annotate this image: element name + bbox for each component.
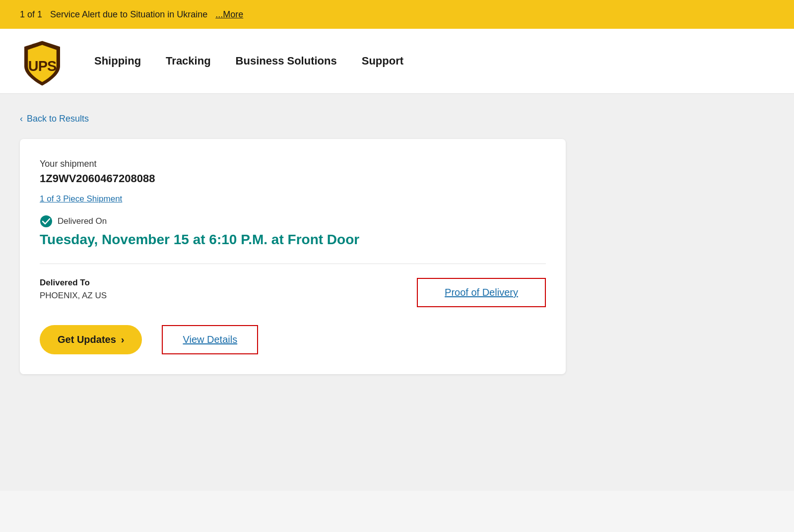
piece-shipment-link[interactable]: 1 of 3 Piece Shipment — [40, 194, 546, 204]
get-updates-label: Get Updates — [58, 334, 116, 345]
ups-logo[interactable]: UPS — [20, 39, 65, 83]
back-to-results-label: Back to Results — [27, 114, 89, 124]
svg-point-1 — [40, 215, 52, 227]
tracking-number: 1Z9WV2060467208088 — [40, 172, 546, 185]
main-content: ‹ Back to Results Your shipment 1Z9WV206… — [0, 94, 794, 491]
get-updates-button[interactable]: Get Updates › — [40, 325, 142, 354]
alert-bar: 1 of 1 Service Alert due to Situation in… — [0, 0, 794, 29]
delivery-date: Tuesday, November 15 at 6:10 P.M. at Fro… — [40, 232, 546, 248]
back-arrow-icon: ‹ — [20, 114, 23, 124]
delivered-to-label: Delivered To — [40, 278, 107, 288]
nav-item-shipping[interactable]: Shipping — [94, 55, 141, 67]
actions-row: Get Updates › View Details — [40, 325, 546, 354]
header: UPS Shipping Tracking Business Solutions… — [0, 29, 794, 94]
nav-item-tracking[interactable]: Tracking — [166, 55, 210, 67]
delivered-to-value: PHOENIX, AZ US — [40, 291, 107, 301]
delivered-on-row: Delivered On — [40, 215, 546, 228]
alert-message: Service Alert due to Situation in Ukrain… — [50, 9, 207, 20]
svg-text:UPS: UPS — [28, 58, 57, 74]
back-to-results-link[interactable]: ‹ Back to Results — [20, 114, 774, 124]
main-nav: Shipping Tracking Business Solutions Sup… — [94, 55, 403, 67]
card-divider — [40, 264, 546, 264]
shipment-card: Your shipment 1Z9WV2060467208088 1 of 3 … — [20, 139, 566, 374]
nav-item-support[interactable]: Support — [362, 55, 403, 67]
delivered-on-label: Delivered On — [58, 216, 107, 226]
view-details-link[interactable]: View Details — [183, 334, 237, 345]
delivered-check-icon — [40, 215, 53, 228]
delivered-to-section: Delivered To PHOENIX, AZ US — [40, 278, 107, 301]
view-details-box: View Details — [162, 325, 258, 354]
nav-item-business-solutions[interactable]: Business Solutions — [236, 55, 337, 67]
your-shipment-label: Your shipment — [40, 159, 546, 169]
proof-of-delivery-link[interactable]: Proof of Delivery — [445, 287, 518, 298]
alert-more-link[interactable]: ...More — [215, 9, 243, 20]
get-updates-arrow-icon: › — [121, 334, 125, 345]
proof-of-delivery-box: Proof of Delivery — [417, 278, 546, 307]
alert-count: 1 of 1 — [20, 9, 42, 20]
delivery-info-row: Delivered To PHOENIX, AZ US Proof of Del… — [40, 278, 546, 307]
